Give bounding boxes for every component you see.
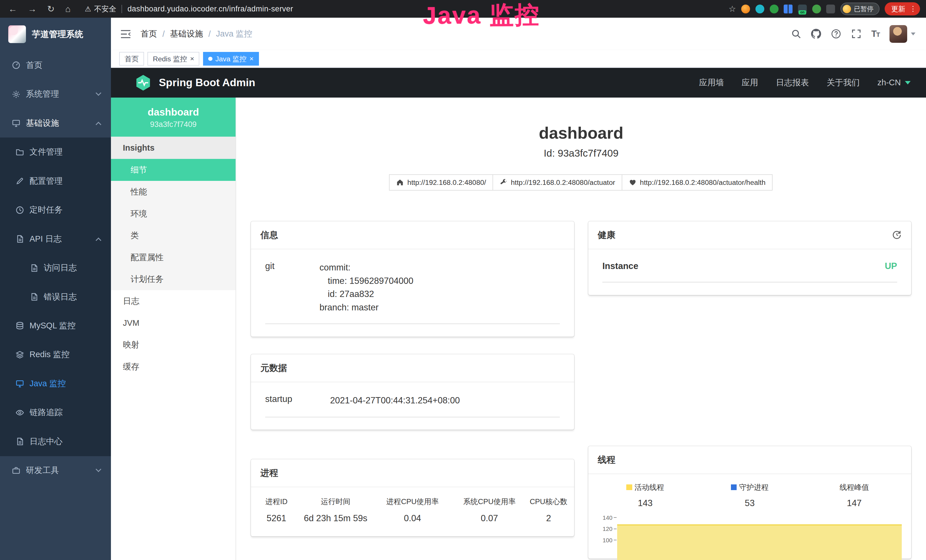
sidebar-item-tracing[interactable]: 链路追踪 (0, 398, 111, 427)
sidebar-item-access-logs[interactable]: 访问日志 (0, 253, 111, 282)
metadata-card-header: 元数据 (251, 354, 574, 382)
extension-icon-orange[interactable] (741, 5, 750, 14)
browser-update-button[interactable]: 更新 ⋮ (885, 2, 920, 15)
app-main: 首页 / 基础设施 / Java 监控 TT (111, 18, 926, 560)
sba-item-metrics[interactable]: 性能 (111, 181, 236, 203)
process-card: 进程 进程ID 5261 运行时间 (251, 459, 574, 536)
sba-group-insights: Insights (111, 137, 236, 159)
sba-item-environment[interactable]: 环境 (111, 203, 236, 225)
address-bar[interactable]: ⚠ 不安全 dashboard.yudao.iocoder.cn/infra/a… (85, 4, 293, 14)
process-col-pid: 进程ID 5261 (256, 496, 297, 524)
extension-icon-grid[interactable] (784, 5, 793, 14)
sidebar-item-label: 基础设施 (26, 118, 59, 129)
tab-redis-monitor[interactable]: Redis 监控 × (147, 52, 199, 66)
extension-icon-green-circle[interactable] (770, 5, 779, 14)
pencil-icon (15, 177, 24, 185)
process-table: 进程ID 5261 运行时间 6d 23h 15m 59s (251, 487, 574, 536)
sba-item-config-props[interactable]: 配置属性 (111, 247, 236, 268)
app-title: 芋道管理系统 (32, 29, 83, 40)
legend-peak-threads: 线程峰值 147 (802, 483, 906, 509)
sidebar-item-label: 错误日志 (44, 291, 77, 303)
sba-logo-icon (135, 74, 152, 91)
sba-item-scheduled-tasks[interactable]: 计划任务 (111, 268, 236, 290)
sidebar-item-api-logs[interactable]: API 日志 (0, 224, 111, 253)
breadcrumb-current: Java 监控 (216, 28, 252, 40)
sba-item-jvm[interactable]: JVM (111, 312, 236, 334)
hamburger-icon[interactable] (120, 30, 131, 38)
sidebar-item-label: 系统管理 (26, 88, 59, 100)
browser-menu-icon[interactable]: ⋮ (909, 5, 917, 12)
sba-brand[interactable]: Spring Boot Admin (135, 74, 255, 91)
sidebar-item-java-monitor[interactable]: Java 监控 (0, 369, 111, 398)
sba-item-loggers[interactable]: 日志 (111, 290, 236, 312)
breadcrumb-home[interactable]: 首页 (141, 28, 157, 40)
extension-icon-switch[interactable]: on (798, 5, 807, 14)
sidebar-item-file-mgmt[interactable]: 文件管理 (0, 138, 111, 166)
sidebar-item-label: 文件管理 (30, 146, 63, 158)
spring-boot-admin: Spring Boot Admin 应用墙 应用 日志报表 关于我们 zh-CN (111, 68, 926, 560)
sidebar-item-label: 研发工具 (26, 465, 59, 476)
gear-icon (12, 90, 21, 99)
profile-paused-chip[interactable]: 已暂停 (840, 3, 879, 15)
font-size-icon[interactable]: TT (871, 29, 879, 39)
sidebar-item-mysql-monitor[interactable]: MySQL 监控 (0, 311, 111, 340)
sidebar-item-config-mgmt[interactable]: 配置管理 (0, 166, 111, 195)
chevron-down-icon (95, 90, 101, 96)
home-icon[interactable]: ⌂ (65, 5, 71, 14)
row-value: 2021-04-27T00:44:31.254+08:00 (330, 394, 460, 407)
sba-item-caches[interactable]: 缓存 (111, 356, 236, 378)
sidebar-item-dev-tools[interactable]: 研发工具 (0, 456, 111, 485)
sidebar-item-redis-monitor[interactable]: Redis 监控 (0, 341, 111, 369)
forward-icon[interactable]: → (28, 5, 36, 14)
status-badge: UP (885, 261, 897, 271)
sba-item-mappings[interactable]: 映射 (111, 334, 236, 356)
sidebar-item-system-mgmt[interactable]: 系统管理 (0, 80, 111, 109)
actuator-url-button[interactable]: http://192.168.0.2:48080/actuator (493, 174, 622, 191)
tab-home[interactable]: 首页 (119, 52, 144, 66)
service-url-label: http://192.168.0.2:48080/ (407, 179, 486, 186)
health-card: 健康 Instance UP (589, 221, 911, 295)
divider (121, 5, 122, 13)
sba-body: dashboard 93a3fc7f7409 Insights 细节 性能 环境… (111, 98, 926, 560)
close-icon[interactable]: × (250, 55, 254, 62)
process-col-system-cpu: 系统CPU使用率 0.07 (451, 496, 528, 524)
back-icon[interactable]: ← (8, 5, 17, 14)
search-icon[interactable] (791, 29, 801, 39)
cards-right-column: 健康 Instance UP (589, 221, 911, 559)
extension-icon-drop[interactable] (755, 5, 764, 14)
header-tools: TT (791, 25, 915, 43)
github-icon[interactable] (811, 29, 821, 39)
user-menu[interactable] (890, 25, 915, 43)
bookmark-star-icon[interactable]: ☆ (729, 4, 736, 14)
extensions-puzzle-icon[interactable] (826, 5, 835, 14)
sba-nav-wallboard[interactable]: 应用墙 (699, 77, 724, 88)
threads-card: 线程 活动线程 143 守护进程 (589, 446, 911, 559)
user-avatar (890, 25, 907, 43)
sba-nav-journal[interactable]: 日志报表 (776, 77, 809, 88)
fullscreen-icon[interactable] (851, 29, 861, 39)
sidebar-item-home[interactable]: 首页 (0, 51, 111, 80)
sba-item-beans[interactable]: 类 (111, 224, 236, 247)
sba-item-details[interactable]: 细节 (111, 159, 236, 181)
threads-chart: 140 120 100 (589, 517, 911, 558)
sidebar-item-infrastructure[interactable]: 基础设施 (0, 109, 111, 138)
health-url-button[interactable]: http://192.168.0.2:48080/actuator/health (622, 174, 773, 191)
sidebar-item-scheduled-jobs[interactable]: 定时任务 (0, 195, 111, 224)
sidebar-item-log-center[interactable]: 日志中心 (0, 427, 111, 456)
help-icon[interactable] (831, 29, 841, 39)
update-label: 更新 (891, 4, 905, 14)
reload-icon[interactable]: ↻ (47, 5, 55, 14)
service-url-button[interactable]: http://192.168.0.2:48080/ (389, 174, 493, 191)
sidebar-item-error-logs[interactable]: 错误日志 (0, 282, 111, 311)
breadcrumb-infrastructure[interactable]: 基础设施 (170, 28, 203, 40)
sba-nav-about[interactable]: 关于我们 (827, 77, 860, 88)
sba-nav-applications[interactable]: 应用 (741, 77, 758, 88)
sba-brand-label: Spring Boot Admin (159, 76, 255, 89)
sba-locale-select[interactable]: zh-CN (878, 78, 911, 87)
document-icon (15, 235, 24, 243)
url-text[interactable]: dashboard.yudao.iocoder.cn/infra/admin-s… (127, 5, 293, 14)
tab-java-monitor[interactable]: Java 监控 × (203, 52, 259, 66)
extension-icon-leaf[interactable] (812, 5, 821, 14)
history-icon[interactable] (892, 230, 902, 240)
close-icon[interactable]: × (190, 55, 194, 62)
